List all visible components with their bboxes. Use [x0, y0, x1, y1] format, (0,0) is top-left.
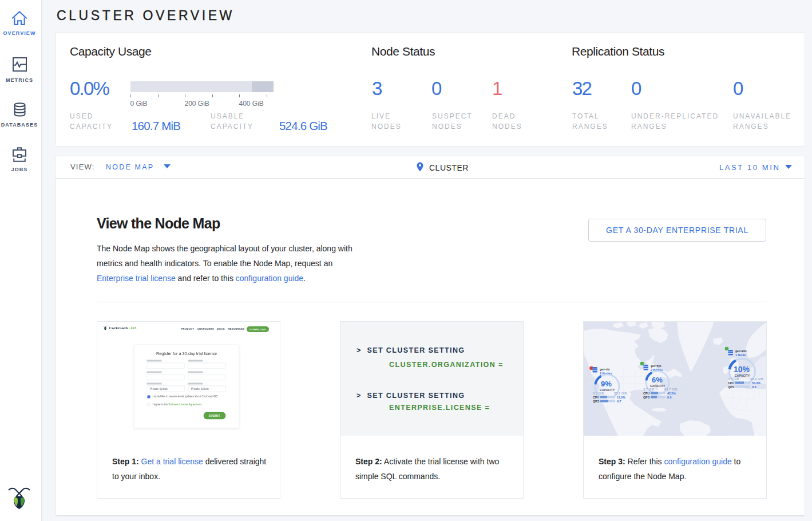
svg-text:1 Node: 1 Node [735, 353, 746, 357]
svg-text:CPU: CPU [643, 392, 649, 395]
svg-text:53.3%: 53.3% [752, 381, 760, 385]
svg-text:43.7 GiB: 43.7 GiB [664, 388, 678, 391]
svg-text:geo=sfo: geo=sfo [600, 368, 610, 371]
svg-text:35.1 GiB: 35.1 GiB [614, 392, 627, 395]
svg-text:6%: 6% [652, 376, 663, 384]
svg-text:3.2 GiB: 3.2 GiB [593, 392, 604, 395]
svg-text:geo=ams: geo=ams [735, 350, 747, 353]
svg-text:QPS: QPS [728, 385, 735, 389]
svg-text:4.7: 4.7 [617, 400, 621, 403]
svg-text:QPS: QPS [643, 396, 650, 399]
svg-text:QPS: QPS [593, 400, 600, 403]
svg-text:3.7 GiB: 3.7 GiB [643, 388, 654, 391]
svg-text:0.4: 0.4 [752, 385, 756, 389]
svg-text:0.0: 0.0 [667, 396, 671, 399]
svg-text:9%: 9% [601, 380, 612, 388]
svg-text:geo=nyc: geo=nyc [651, 365, 662, 368]
svg-text:CAPACITY: CAPACITY [735, 374, 750, 377]
svg-text:42.5%: 42.5% [667, 392, 676, 395]
svg-text:CPU: CPU [593, 396, 599, 399]
svg-text:11.0%: 11.0% [617, 396, 625, 399]
svg-text:CAPACITY: CAPACITY [600, 389, 615, 392]
svg-text:3.6 GiB: 3.6 GiB [728, 377, 739, 381]
svg-text:CAPACITY: CAPACITY [650, 385, 666, 388]
svg-text:36.4 GiB: 36.4 GiB [750, 377, 763, 381]
svg-text:CPU: CPU [728, 381, 734, 385]
svg-text:10%: 10% [734, 365, 750, 374]
